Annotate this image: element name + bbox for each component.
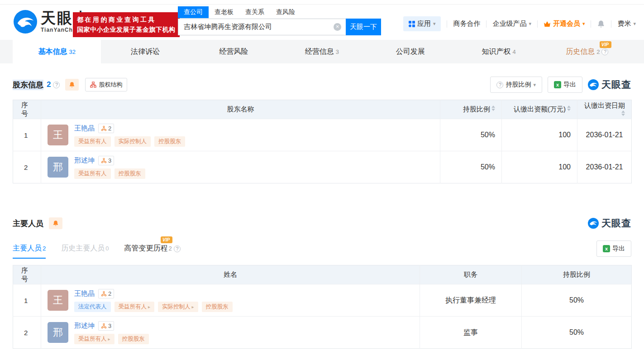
tab-basic-info[interactable]: 基本信息32	[13, 40, 101, 63]
subscribe-bell-button[interactable]	[65, 79, 79, 91]
avatar[interactable]: 王	[48, 290, 68, 311]
vip-badge: VIP	[161, 236, 172, 243]
excel-icon: x	[603, 245, 610, 252]
avatar[interactable]: 邢	[48, 322, 68, 343]
tianyancha-watermark: 天眼查	[588, 217, 631, 230]
tag-controlling-shareholder[interactable]: 控股股东	[114, 168, 145, 179]
tag-controlling-shareholder[interactable]: 控股股东	[202, 302, 233, 312]
tab-operation-risk[interactable]: 经营风险	[190, 40, 278, 63]
search-input[interactable]	[178, 19, 346, 35]
export-button[interactable]: x 导出	[596, 241, 631, 257]
subtab-executive-changes[interactable]: VIP 高管变更历程2 ?	[124, 244, 181, 259]
table-row: 1 王 王艳晶 2	[13, 284, 632, 317]
relation-graph-icon	[101, 291, 107, 297]
tab-history-info[interactable]: VIP 历史信息2 ?	[543, 40, 631, 63]
open-vip-menu[interactable]: 开通会员 ▾	[544, 19, 585, 28]
tag-beneficial-owner[interactable]: 受益所有人	[74, 334, 114, 344]
page-top-divider	[0, 0, 644, 5]
ratio-filter-button[interactable]: ? 持股比例 ▾	[490, 77, 542, 93]
shareholder-name-link[interactable]: 王艳晶	[74, 124, 95, 133]
user-menu[interactable]: 费米 ▾	[617, 19, 636, 28]
tag-actual-controller[interactable]: 实际控制人	[114, 136, 151, 147]
chevron-down-icon: ▾	[529, 21, 531, 27]
bell-icon	[597, 20, 605, 28]
help-icon[interactable]: ?	[53, 82, 60, 88]
col-ratio: 持股比例	[522, 265, 632, 284]
personnel-table: 序号 姓名 职务 持股比例 1 王 王艳晶	[13, 265, 632, 349]
col-ratio[interactable]: 持股比例	[440, 100, 502, 119]
company-detail-tabs: 基本信息32 法律诉讼 经营风险 经营信息3 公司发展 知识产权4 VIP 历史…	[0, 40, 644, 63]
search-tab-boss[interactable]: 查老板	[209, 6, 239, 18]
tianyancha-watermark: 天眼查	[588, 78, 631, 91]
shareholders-count: 2	[47, 80, 51, 89]
search-tab-company[interactable]: 查公司	[178, 6, 209, 18]
tag-controlling-shareholder[interactable]: 控股股东	[154, 136, 185, 147]
clear-search-icon[interactable]: ×	[334, 23, 341, 31]
search-button[interactable]: 天眼一下	[346, 19, 381, 35]
subscribe-bell-button[interactable]	[49, 217, 62, 229]
chevron-down-icon: ▾	[533, 82, 536, 88]
shareholders-table: 序号 股东名称 持股比例 认缴出资额(万元) 认缴出资日期 1 王 王艳晶	[13, 100, 632, 183]
enterprise-products-menu[interactable]: 企业级产品 ▾	[492, 19, 531, 28]
avatar[interactable]: 王	[48, 125, 68, 145]
top-right-nav: 应用 ▾ 商务合作 企业级产品 ▾ 开通会员 ▾ 费米 ▾	[403, 16, 636, 31]
sort-icon	[567, 106, 571, 111]
table-row: 2 邢 邢述坤 3	[13, 151, 632, 183]
col-position: 职务	[420, 265, 522, 284]
excel-icon: x	[554, 81, 561, 88]
tab-company-development[interactable]: 公司发展	[366, 40, 454, 63]
tab-legal-proceedings[interactable]: 法律诉讼	[101, 40, 189, 63]
personnel-title: 主要人员	[13, 218, 43, 229]
subtab-key-personnel[interactable]: 主要人员2	[13, 244, 46, 259]
date-value: 2036-01-21	[577, 119, 632, 151]
chevron-down-icon: ▾	[633, 21, 636, 27]
tag-legal-representative[interactable]: 法定代表人	[74, 302, 111, 312]
export-button[interactable]: x 导出	[548, 77, 582, 93]
tag-beneficial-owner[interactable]: 受益所有人	[114, 302, 155, 312]
relation-count-button[interactable]: 2	[98, 289, 114, 298]
business-cooperation-link[interactable]: 商务合作	[453, 19, 480, 28]
tag-beneficial-owner[interactable]: 受益所有人	[74, 136, 111, 147]
date-value: 2036-01-21	[577, 151, 632, 183]
search-tab-relation[interactable]: 查关系	[239, 6, 270, 18]
vip-badge: VIP	[600, 41, 611, 48]
position-value: 执行董事兼经理	[420, 284, 522, 317]
help-icon: ?	[496, 82, 503, 88]
apps-menu[interactable]: 应用 ▾	[403, 16, 441, 31]
col-amount[interactable]: 认缴出资额(万元)	[502, 100, 577, 119]
search-tab-risk[interactable]: 查风险	[270, 6, 301, 18]
relation-graph-icon	[101, 158, 107, 164]
tab-intellectual-property[interactable]: 知识产权4	[454, 40, 543, 63]
tag-beneficial-owner[interactable]: 受益所有人	[74, 168, 111, 179]
tag-controlling-shareholder[interactable]: 控股股东	[118, 334, 149, 344]
slogan-line2: 国家中小企业发展子基金旗下机构	[77, 25, 176, 35]
apps-label: 应用	[417, 19, 431, 28]
subtab-history-personnel[interactable]: 历史主要人员0	[61, 244, 109, 259]
col-seq: 序号	[13, 265, 41, 284]
shareholder-name-link[interactable]: 邢述坤	[74, 156, 95, 165]
avatar[interactable]: 邢	[48, 157, 68, 178]
slogan-banner: 都在用的商业查询工具 国家中小企业发展子基金旗下机构	[73, 12, 180, 37]
table-row: 1 王 王艳晶 2	[13, 119, 632, 151]
col-date[interactable]: 认缴出资日期	[577, 100, 632, 119]
relation-count-button[interactable]: 3	[98, 156, 114, 165]
shareholders-section-header: 股东信息 2 ? 股权结构 ? 持股比例 ▾	[13, 77, 631, 92]
relation-count-button[interactable]: 2	[98, 124, 114, 133]
search-area: 查公司 查老板 查关系 查风险 × 天眼一下	[178, 6, 382, 35]
notifications-bell[interactable]	[597, 20, 605, 28]
help-icon[interactable]: ?	[174, 245, 181, 252]
logo-swirl-icon	[14, 10, 37, 34]
open-vip-label: 开通会员	[553, 19, 580, 28]
relation-count-button[interactable]: 3	[98, 321, 114, 331]
person-name-link[interactable]: 王艳晶	[74, 289, 95, 298]
person-name-link[interactable]: 邢述坤	[74, 322, 95, 330]
tab-operation-info[interactable]: 经营信息3	[278, 40, 366, 63]
tag-actual-controller[interactable]: 实际控制人	[158, 302, 198, 312]
equity-structure-button[interactable]: 股权结构	[85, 78, 127, 91]
chevron-down-icon: ▾	[582, 21, 585, 27]
shareholders-title: 股东信息	[13, 80, 43, 90]
position-value: 监事	[420, 317, 522, 349]
enterprise-products-label: 企业级产品	[492, 19, 526, 28]
chevron-down-icon: ▾	[433, 21, 436, 27]
col-shareholder-name: 股东名称	[41, 100, 440, 119]
